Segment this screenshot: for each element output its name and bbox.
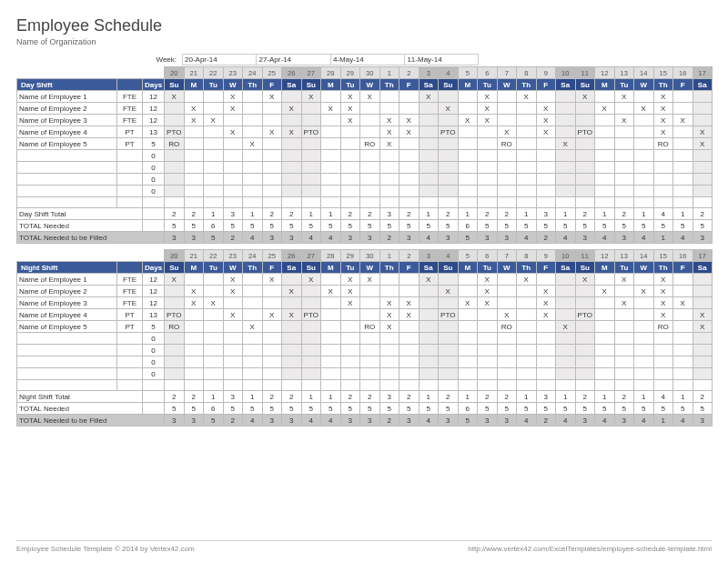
shift-cell[interactable] [184,309,204,321]
shift-cell[interactable] [693,103,713,115]
shift-cell[interactable]: X [243,138,263,150]
shift-cell[interactable]: X [497,126,517,138]
shift-cell[interactable] [595,309,615,321]
shift-cell[interactable] [497,103,517,115]
shift-cell[interactable]: X [340,274,360,286]
shift-cell[interactable] [165,103,185,115]
shift-cell[interactable] [360,115,380,126]
shift-cell[interactable]: X [653,91,673,103]
shift-cell[interactable] [184,91,204,103]
shift-cell[interactable] [360,297,380,309]
shift-cell[interactable] [575,115,595,126]
shift-cell[interactable] [223,321,243,333]
shift-cell[interactable] [517,321,537,333]
shift-cell[interactable] [517,286,537,297]
shift-cell[interactable] [556,274,576,286]
shift-cell[interactable] [634,126,654,138]
shift-cell[interactable] [243,274,263,286]
shift-cell[interactable] [184,126,204,138]
shift-cell[interactable] [458,91,478,103]
shift-cell[interactable] [673,138,693,150]
shift-cell[interactable] [575,138,595,150]
shift-cell[interactable]: X [653,309,673,321]
shift-cell[interactable] [536,274,556,286]
shift-cell[interactable] [184,321,204,333]
shift-cell[interactable]: X [653,274,673,286]
shift-cell[interactable]: X [204,115,224,126]
shift-cell[interactable] [478,126,498,138]
shift-cell[interactable] [634,115,654,126]
shift-cell[interactable]: X [478,297,498,309]
shift-cell[interactable]: X [262,274,282,286]
shift-cell[interactable]: X [282,126,302,138]
shift-cell[interactable]: X [165,91,185,103]
shift-cell[interactable] [673,321,693,333]
shift-cell[interactable]: X [673,297,693,309]
shift-cell[interactable] [517,103,537,115]
shift-cell[interactable] [419,126,439,138]
shift-cell[interactable]: X [653,103,673,115]
shift-cell[interactable] [595,138,615,150]
shift-cell[interactable]: PTO [575,309,595,321]
shift-cell[interactable]: X [693,321,713,333]
shift-cell[interactable] [556,297,576,309]
shift-cell[interactable] [204,286,224,297]
shift-cell[interactable]: X [595,286,615,297]
shift-cell[interactable] [419,321,439,333]
shift-cell[interactable]: X [184,103,204,115]
shift-cell[interactable] [497,115,517,126]
shift-cell[interactable] [673,309,693,321]
shift-cell[interactable] [262,115,282,126]
shift-cell[interactable] [575,321,595,333]
shift-cell[interactable] [204,274,224,286]
shift-cell[interactable]: RO [360,321,380,333]
shift-cell[interactable]: X [340,297,360,309]
shift-cell[interactable] [379,286,399,297]
shift-cell[interactable] [614,138,634,150]
shift-cell[interactable] [399,138,420,150]
shift-cell[interactable]: X [458,297,478,309]
shift-cell[interactable] [595,126,615,138]
shift-cell[interactable] [321,309,341,321]
shift-cell[interactable]: X [478,91,498,103]
shift-cell[interactable]: X [536,297,556,309]
shift-cell[interactable] [301,286,321,297]
shift-cell[interactable]: PTO [301,309,321,321]
shift-cell[interactable] [360,286,380,297]
shift-cell[interactable] [693,91,713,103]
shift-cell[interactable]: X [223,91,243,103]
shift-cell[interactable] [556,115,576,126]
shift-cell[interactable] [458,138,478,150]
shift-cell[interactable]: X [614,115,634,126]
shift-cell[interactable] [673,91,693,103]
shift-cell[interactable] [575,297,595,309]
shift-cell[interactable]: X [693,309,713,321]
shift-cell[interactable] [399,321,420,333]
shift-cell[interactable] [614,103,634,115]
shift-cell[interactable] [458,309,478,321]
shift-cell[interactable] [204,91,224,103]
shift-cell[interactable] [243,103,263,115]
shift-cell[interactable]: X [399,297,420,309]
shift-cell[interactable]: PTO [301,126,321,138]
shift-cell[interactable] [458,126,478,138]
shift-cell[interactable]: RO [360,138,380,150]
shift-cell[interactable]: X [262,126,282,138]
shift-cell[interactable] [556,309,576,321]
shift-cell[interactable]: X [497,309,517,321]
shift-cell[interactable]: X [399,309,420,321]
shift-cell[interactable] [340,126,360,138]
shift-cell[interactable] [693,286,713,297]
shift-cell[interactable] [575,103,595,115]
shift-cell[interactable] [204,138,224,150]
shift-cell[interactable]: X [693,126,713,138]
shift-cell[interactable]: X [184,286,204,297]
shift-cell[interactable]: X [478,286,498,297]
shift-cell[interactable] [536,91,556,103]
shift-cell[interactable]: X [360,91,380,103]
shift-cell[interactable] [517,309,537,321]
shift-cell[interactable]: X [379,115,399,126]
shift-cell[interactable] [634,138,654,150]
shift-cell[interactable] [478,321,498,333]
shift-cell[interactable] [439,274,459,286]
